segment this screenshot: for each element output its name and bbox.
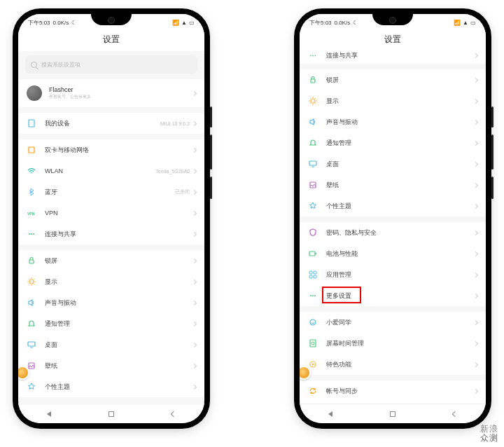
chevron-right-icon [192,231,197,236]
nav-back-button[interactable] [452,411,458,416]
desk-icon [27,340,36,350]
chevron-right-icon [473,119,478,124]
apps-icon [308,270,318,280]
svg-rect-0 [29,120,34,127]
xiaoai-row[interactable]: 小爱同学 [300,312,486,333]
chevron-right-icon [473,341,478,345]
power-button[interactable] [491,177,493,199]
lock-icon [27,256,36,266]
volume-down-button[interactable] [210,135,212,170]
chevron-right-icon [192,279,197,284]
search-icon [31,62,37,68]
chevron-right-icon [473,98,478,103]
dnd-icon: ☾ [353,20,358,26]
batt-label: 电池与性能 [326,249,474,259]
account-name: Flashcer [49,86,192,93]
spec-row[interactable]: 特色功能 [300,354,486,375]
chevron-right-icon [192,121,197,125]
chevron-right-icon [473,77,478,82]
nav-recent-button[interactable] [47,411,51,417]
svg-point-3 [29,233,30,235]
search-placeholder: 搜索系统设置项 [41,61,80,69]
svg-rect-19 [314,275,316,278]
nav-home-button[interactable] [390,411,396,417]
chevron-right-icon [192,342,197,347]
svg-rect-16 [309,271,312,274]
lock-label: 锁屏 [326,76,474,85]
account-row[interactable]: Flashcer 查看账号、公告等更多 [18,79,204,107]
svg-point-23 [310,319,316,325]
disp-row[interactable]: 显示 [18,271,204,292]
chevron-right-icon [192,90,197,95]
priv-row[interactable]: 密码、隐私与安全 [300,222,486,243]
svg-rect-1 [29,147,34,153]
wall-icon [308,180,318,190]
chevron-right-icon [192,189,197,194]
wlan-sub: Tenda_5G26A0 [155,169,190,174]
volume-down-button[interactable] [491,135,493,170]
vpn-label: VPN [45,209,192,216]
lock-row[interactable]: 锁屏 [18,250,204,271]
power-button[interactable] [210,177,212,199]
theme-row[interactable]: 个性主题 [300,195,486,216]
chevron-right-icon [473,53,478,57]
status-time: 下午5:03 [28,19,50,27]
sim-icon [27,145,36,155]
desk-label: 桌面 [326,160,474,169]
search-input[interactable]: 搜索系统设置项 [25,55,197,74]
svg-rect-8 [28,342,35,346]
signal-icon: 📶 [454,20,461,26]
sim-row[interactable]: 双卡与移动网络 [18,139,204,160]
vpn-icon: VPN [27,208,36,218]
more2-row[interactable]: 更多设置 [300,285,486,306]
sync-row[interactable]: 帐号与同步 [300,380,486,401]
settings-scroll[interactable]: ⋯ 连接与共享 锁屏显示声音与振动通知管理桌面壁纸个性主题 密码、隐私与安全电池… [300,51,486,404]
sound-row[interactable]: 声音与振动 [300,111,486,132]
chevron-right-icon [192,258,197,263]
my-device-row[interactable]: 我的设备 MIUI 10 9.6.3 [18,113,204,134]
screen-row[interactable]: 屏幕时间管理 [300,333,486,354]
apps-row[interactable]: 应用管理 [300,264,486,285]
more-row[interactable]: 连接与共享 [18,224,204,245]
disp-row[interactable]: 显示 [300,90,486,111]
settings-scroll[interactable]: 搜索系统设置项 Flashcer 查看账号、公告等更多 [18,51,204,404]
bt-row[interactable]: 蓝牙已关闭 [18,181,204,202]
svg-rect-10 [311,79,315,83]
signal-icon: 📶 [172,20,179,26]
notif-row[interactable]: 通知管理 [18,313,204,334]
chevron-right-icon [473,293,478,298]
desk-row[interactable]: 桌面 [300,153,486,174]
nav-recent-button[interactable] [328,411,332,417]
feed-row[interactable]: 反馈与服务 [300,401,486,404]
lock-row[interactable]: 锁屏 [300,69,486,90]
svg-point-21 [312,295,314,296]
priv-row[interactable]: 密码、隐私与安全 [18,403,204,404]
nav-bar [18,404,204,423]
account-desc: 查看账号、公告等更多 [49,94,192,100]
sound-label: 声音与振动 [45,298,192,308]
avatar [27,85,42,101]
nav-home-button[interactable] [108,411,114,417]
volume-up-button[interactable] [210,106,212,128]
notif-icon [308,138,318,148]
wifi-icon: ▲ [181,20,187,26]
more2-label: 更多设置 [326,291,474,301]
page-title: 设置 [18,29,204,51]
notch [91,14,132,25]
notif-row[interactable]: 通知管理 [300,132,486,153]
vpn-row[interactable]: VPNVPN [18,202,204,224]
nav-back-button[interactable] [171,411,176,416]
volume-up-button[interactable] [491,106,493,128]
wlan-row[interactable]: WLANTenda_5G26A0 [18,160,204,181]
wall-row[interactable]: 壁纸 [18,355,204,376]
svg-rect-18 [309,275,312,278]
desk-row[interactable]: 桌面 [18,334,204,355]
connection-share-row[interactable]: ⋯ 连接与共享 [300,51,486,64]
phone-right: 下午5:03 0.0K/s ☾ 📶 ▲ ▭ 设置 ⋯ 连接与共享 [294,8,491,429]
priv-icon [308,228,318,238]
batt-row[interactable]: 电池与性能 [300,243,486,264]
sound-row[interactable]: 声音与振动 [18,292,204,313]
chevron-right-icon [473,203,478,208]
wall-row[interactable]: 壁纸 [300,174,486,195]
theme-row[interactable]: 个性主题 [18,376,204,397]
